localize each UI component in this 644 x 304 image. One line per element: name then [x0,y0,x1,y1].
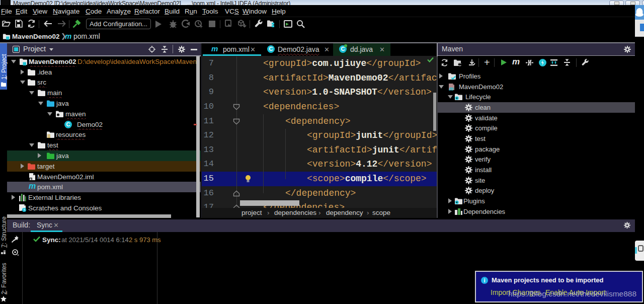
svg-text:m: m [449,86,454,91]
